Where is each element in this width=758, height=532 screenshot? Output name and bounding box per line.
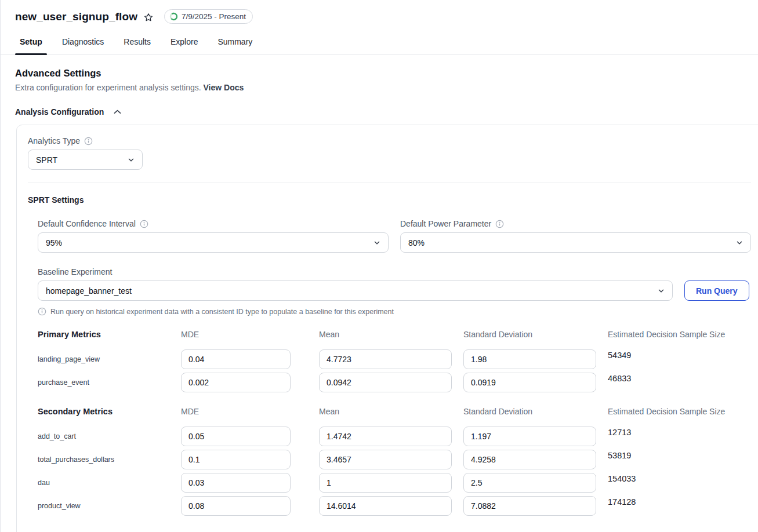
page-title: new_user_signup_flow [15, 10, 137, 23]
confidence-interval-label: Default Confidence Interval [38, 219, 136, 228]
main-content: Advanced Settings Extra configuration fo… [1, 68, 758, 116]
secondary-metrics-title: Secondary Metrics [38, 407, 181, 427]
std-input[interactable] [463, 373, 596, 392]
mean-input[interactable] [319, 450, 452, 469]
run-query-button[interactable]: Run Query [684, 280, 749, 301]
std-input[interactable] [463, 349, 596, 369]
analysis-configuration-card: Analytics Type SPRT SPRT Settings [16, 125, 758, 532]
status-badge-label: 7/9/2025 - Present [182, 12, 246, 21]
mde-input[interactable] [181, 427, 291, 446]
card-divider [28, 183, 751, 183]
mde-input[interactable] [181, 450, 291, 469]
confidence-interval-field: Default Confidence Interval 95% [38, 219, 389, 253]
column-header-std: Standard Deviation [463, 407, 608, 427]
baseline-experiment-label: Baseline Experiment [38, 267, 112, 276]
std-input[interactable] [463, 473, 596, 493]
metric-name: landing_page_view [38, 349, 181, 369]
power-parameter-field: Default Power Parameter 80% [400, 219, 751, 253]
analytics-type-label: Analytics Type [28, 136, 80, 145]
analytics-type-field: Analytics Type [28, 136, 751, 145]
std-input[interactable] [463, 450, 596, 469]
analysis-configuration-toggle[interactable]: Analysis Configuration [15, 107, 758, 116]
advanced-settings-description: Extra configuration for experiment analy… [15, 83, 758, 92]
column-header-mde: MDE [181, 407, 319, 427]
metric-name: purchase_event [38, 373, 181, 392]
sample-size-value: 54349 [608, 349, 751, 369]
mean-input[interactable] [319, 427, 452, 446]
baseline-experiment-value: homepage_banner_test [46, 286, 132, 296]
mean-input[interactable] [319, 349, 452, 369]
secondary-metrics-table: Secondary Metrics MDE Mean Standard Devi… [38, 407, 751, 519]
chevron-up-icon [114, 110, 121, 114]
info-circle-icon[interactable] [84, 137, 93, 145]
info-circle-icon [38, 307, 46, 316]
sample-size-value: 154033 [608, 473, 751, 493]
baseline-note-text: Run query on historical experiment data … [50, 308, 394, 316]
sample-size-value: 12713 [608, 427, 751, 446]
mean-input[interactable] [319, 373, 452, 392]
primary-metrics-table: Primary Metrics MDE Mean Standard Deviat… [38, 330, 751, 396]
view-docs-link[interactable]: View Docs [204, 83, 244, 92]
mde-input[interactable] [181, 349, 291, 369]
power-parameter-value: 80% [408, 238, 425, 247]
advanced-settings-title: Advanced Settings [15, 68, 758, 79]
tab-results[interactable]: Results [119, 37, 155, 54]
experiment-setup-page: { "header": { "title": "new_user_signup_… [0, 0, 758, 532]
column-header-std: Standard Deviation [463, 330, 608, 349]
primary-metrics-title: Primary Metrics [38, 330, 181, 349]
sample-size-value: 174128 [608, 496, 751, 516]
chevron-down-icon [658, 287, 665, 294]
baseline-experiment-field: Baseline Experiment homepage_banner_test… [38, 267, 751, 316]
mde-input[interactable] [181, 473, 291, 493]
tab-diagnostics[interactable]: Diagnostics [57, 37, 108, 54]
progress-ring-icon [169, 12, 178, 21]
tab-setup[interactable]: Setup [15, 37, 47, 54]
sample-size-value: 46833 [608, 373, 751, 392]
tab-bar: Setup Diagnostics Results Explore Summar… [1, 37, 758, 55]
analytics-type-select[interactable]: SPRT [28, 150, 143, 170]
header: new_user_signup_flow 7/9/2025 - Present [1, 0, 758, 24]
info-circle-icon[interactable] [140, 220, 148, 228]
baseline-note: Run query on historical experiment data … [38, 307, 751, 316]
metric-name: add_to_cart [38, 427, 181, 446]
confidence-interval-value: 95% [46, 238, 62, 247]
analytics-type-value: SPRT [36, 155, 57, 165]
sample-size-value: 53819 [608, 450, 751, 469]
baseline-experiment-select[interactable]: homepage_banner_test [38, 280, 673, 301]
chevron-down-icon [736, 239, 743, 246]
confidence-interval-select[interactable]: 95% [38, 232, 389, 253]
power-parameter-select[interactable]: 80% [400, 232, 751, 253]
column-header-sample: Estimated Decision Sample Size [608, 330, 751, 349]
std-input[interactable] [463, 496, 596, 516]
mean-input[interactable] [319, 473, 452, 493]
std-input[interactable] [463, 427, 596, 446]
analysis-configuration-label: Analysis Configuration [15, 107, 104, 116]
metric-name: dau [38, 473, 181, 493]
metric-name: product_view [38, 496, 181, 516]
power-parameter-label: Default Power Parameter [400, 219, 491, 228]
chevron-down-icon [373, 239, 380, 246]
mean-input[interactable] [319, 496, 452, 516]
mde-input[interactable] [181, 373, 291, 392]
column-header-mde: MDE [181, 330, 319, 349]
info-circle-icon[interactable] [495, 220, 504, 228]
tab-explore[interactable]: Explore [166, 37, 202, 54]
tab-summary[interactable]: Summary [213, 37, 257, 54]
status-badge: 7/9/2025 - Present [164, 9, 253, 24]
sprt-settings-title: SPRT Settings [28, 195, 751, 205]
metric-name: total_purchases_dollars [38, 450, 181, 469]
star-outline-icon[interactable] [143, 12, 154, 23]
column-header-mean: Mean [319, 330, 463, 349]
mde-input[interactable] [181, 496, 291, 516]
column-header-sample: Estimated Decision Sample Size [608, 407, 751, 427]
chevron-down-icon [128, 156, 135, 163]
column-header-mean: Mean [319, 407, 463, 427]
